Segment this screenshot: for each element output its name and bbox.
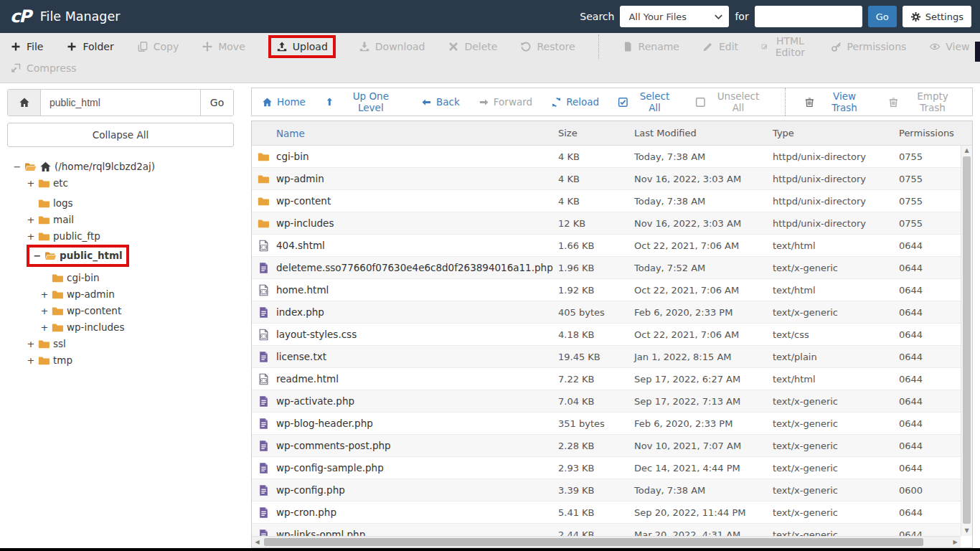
file-name[interactable]: license.txt [276, 351, 558, 362]
tree-item-public-ftp[interactable]: +public_ftp [7, 228, 234, 245]
file-name[interactable]: wp-config-sample.php [276, 462, 558, 474]
file-row-wp-admin[interactable]: wp-admin4 KBNov 16, 2022, 3:03 AMhttpd/u… [252, 168, 961, 190]
nav-empty-trash-button[interactable]: Empty Trash [888, 90, 962, 113]
file-name[interactable]: index.php [276, 306, 558, 318]
nav-unselect-all-button[interactable]: Unselect All [695, 90, 766, 113]
expand-icon[interactable]: + [27, 352, 35, 369]
search-scope-select[interactable]: All Your Files [620, 6, 729, 27]
tree-item-label[interactable]: public_ftp [53, 228, 100, 245]
file-row-license-txt[interactable]: license.txt19.45 KBJan 1, 2022, 8:15 AMt… [252, 346, 961, 368]
toolbar-download-button[interactable]: Download [359, 39, 425, 54]
tree-item-label[interactable]: mail [53, 212, 74, 228]
tree-item-wp-admin[interactable]: +wp-admin [7, 286, 234, 303]
file-row-wp-config-sample-php[interactable]: wp-config-sample.php2.93 KBDec 14, 2021,… [252, 457, 961, 479]
column-header-size[interactable]: Size [558, 128, 634, 138]
toolbar-move-button[interactable]: Move [202, 39, 245, 54]
file-row-wp-cron-php[interactable]: wp-cron.php5.41 KBSep 20, 2022, 11:44 PM… [252, 501, 961, 524]
file-name[interactable]: cgi-bin [276, 151, 558, 162]
file-row-wp-includes[interactable]: wp-includes12 KBNov 16, 2022, 3:03 AMhtt… [252, 212, 961, 235]
search-input[interactable] [755, 6, 862, 27]
file-row-wp-links-opml-php[interactable]: wp-links-opml.php2.44 KBMar 20, 2022, 4:… [252, 524, 961, 536]
horizontal-scrollbar-thumb[interactable] [264, 538, 923, 546]
file-row-deleteme-sso77660f07630e4e6c8d0f263894016a11-php[interactable]: deleteme.sso77660f07630e4e6c8d0f26389401… [252, 257, 961, 279]
file-name[interactable]: wp-activate.php [276, 395, 558, 407]
scroll-right-icon[interactable]: ▶ [950, 537, 961, 547]
file-row-readme-html[interactable]: readme.html7.22 KBSep 17, 2022, 6:27 AMt… [252, 368, 961, 390]
nav-up-one-level-button[interactable]: Up One Level [324, 90, 402, 113]
scroll-left-icon[interactable]: ◀ [252, 537, 263, 547]
expand-icon[interactable]: + [27, 212, 35, 228]
expand-icon[interactable]: + [27, 175, 35, 192]
search-go-button[interactable]: Go [868, 6, 897, 27]
tree-item-etc[interactable]: +etc [7, 175, 234, 192]
toolbar-compress-button[interactable]: Compress [10, 61, 77, 75]
toolbar-file-button[interactable]: File [10, 39, 43, 54]
vertical-scrollbar[interactable]: ▲ ▼ [961, 146, 972, 536]
collapse-icon[interactable]: − [33, 248, 42, 264]
nav-home-button[interactable]: Home [262, 96, 306, 108]
expand-icon[interactable]: + [40, 303, 49, 319]
tree-item-tmp[interactable]: +tmp [7, 352, 234, 369]
nav-reload-button[interactable]: Reload [551, 96, 599, 108]
toolbar-permissions-button[interactable]: Permissions [831, 39, 907, 54]
toolbar-delete-button[interactable]: Delete [448, 39, 497, 54]
file-name[interactable]: readme.html [276, 373, 558, 385]
file-name[interactable]: wp-blog-header.php [276, 418, 558, 429]
expand-icon[interactable]: + [40, 319, 49, 336]
vertical-scrollbar-thumb[interactable] [963, 156, 971, 524]
nav-back-button[interactable]: Back [421, 96, 460, 108]
file-name[interactable]: wp-admin [276, 173, 558, 184]
toolbar-html-editor-button[interactable]: HTML Editor [761, 34, 807, 60]
file-name[interactable]: wp-cron.php [276, 507, 558, 518]
tree-item-wp-includes[interactable]: +wp-includes [7, 319, 234, 336]
toolbar-restore-button[interactable]: Restore [520, 39, 575, 54]
nav-select-all-button[interactable]: Select All [618, 90, 677, 113]
expand-icon[interactable]: + [40, 286, 49, 303]
file-row-layout-styles-css[interactable]: layout-styles.css4.18 KBOct 22, 2021, 7:… [252, 324, 961, 346]
file-row-wp-blog-header-php[interactable]: wp-blog-header.php351 bytesFeb 6, 2020, … [252, 413, 961, 435]
file-name[interactable]: wp-comments-post.php [276, 440, 558, 451]
file-row-cgi-bin[interactable]: cgi-bin4 KBToday, 7:38 AMhttpd/unix-dire… [252, 146, 961, 168]
column-header-permissions[interactable]: Permissions [899, 128, 961, 138]
file-name[interactable]: 404.shtml [276, 240, 558, 251]
file-name[interactable]: layout-styles.css [276, 329, 558, 340]
scroll-down-icon[interactable]: ▼ [961, 526, 972, 536]
tree-item-home-rql9lcbzd2aj[interactable]: −(/home/rql9lcbzd2aj) [7, 159, 234, 175]
toolbar-upload-button[interactable]: Upload [276, 39, 328, 54]
tree-item-label[interactable]: wp-includes [67, 319, 124, 336]
tree-item-logs[interactable]: logs [7, 192, 234, 212]
tree-item-public-html[interactable]: −public_html [7, 245, 234, 267]
tree-item-cgi-bin[interactable]: cgi-bin [7, 267, 234, 287]
file-name[interactable]: home.html [276, 284, 558, 296]
tree-item-label[interactable]: (/home/rql9lcbzd2aj) [55, 159, 155, 175]
column-header-last-modified[interactable]: Last Modified [634, 128, 773, 138]
file-row-index-php[interactable]: index.php405 bytesFeb 6, 2020, 2:33 PMte… [252, 301, 961, 324]
tree-item-ssl[interactable]: +ssl [7, 336, 234, 352]
collapse-all-button[interactable]: Collapse All [7, 123, 234, 147]
settings-button[interactable]: Settings [903, 6, 971, 27]
nav-view-trash-button[interactable]: View Trash [804, 90, 870, 113]
toolbar-view-button[interactable]: View [929, 39, 969, 54]
toolbar-copy-button[interactable]: Copy [137, 39, 179, 54]
horizontal-scrollbar[interactable]: ◀ ▶ [252, 536, 961, 547]
toolbar-folder-button[interactable]: Folder [66, 39, 113, 54]
toolbar-edit-button[interactable]: Edit [702, 39, 738, 54]
scroll-up-icon[interactable]: ▲ [961, 146, 972, 156]
tree-item-label[interactable]: wp-admin [67, 286, 115, 303]
path-go-button[interactable]: Go [200, 90, 233, 116]
file-name[interactable]: wp-content [276, 195, 558, 207]
nav-forward-button[interactable]: Forward [479, 96, 532, 108]
file-row-wp-config-php[interactable]: wp-config.php3.39 KBToday, 7:38 AMtext/x… [252, 479, 961, 501]
home-directory-button[interactable] [8, 90, 41, 116]
file-name[interactable]: deleteme.sso77660f07630e4e6c8d0f26389401… [276, 262, 558, 273]
file-row-home-html[interactable]: home.html1.92 KBOct 22, 2021, 7:06 AMtex… [252, 279, 961, 301]
tree-item-label[interactable]: cgi-bin [67, 270, 100, 286]
tree-item-wp-content[interactable]: +wp-content [7, 303, 234, 319]
file-name[interactable]: wp-config.php [276, 484, 558, 496]
file-row-404-shtml[interactable]: 404.shtml1.66 KBOct 22, 2021, 7:06 AMtex… [252, 235, 961, 257]
file-row-wp-content[interactable]: wp-content4 KBToday, 7:38 AMhttpd/unix-d… [252, 190, 961, 212]
path-input[interactable] [41, 90, 200, 116]
column-header-type[interactable]: Type [773, 128, 899, 138]
tree-item-label[interactable]: etc [53, 175, 68, 192]
expand-icon[interactable]: + [27, 228, 35, 245]
